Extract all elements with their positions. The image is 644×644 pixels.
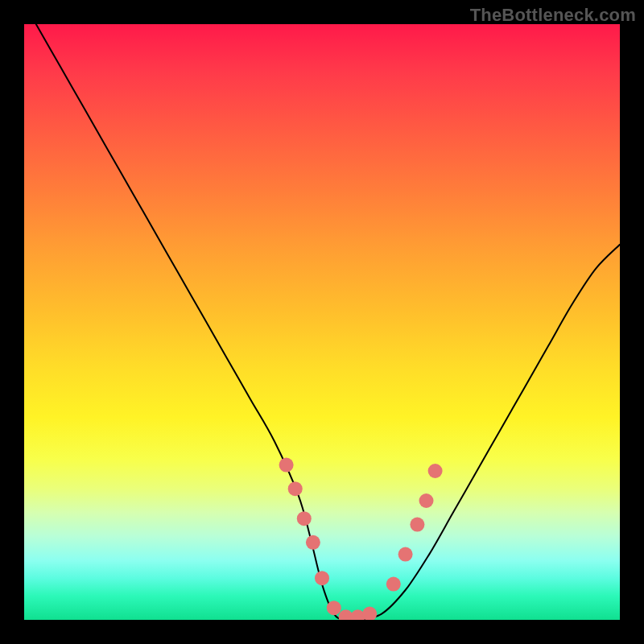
marker-point bbox=[398, 547, 413, 562]
marker-point bbox=[327, 601, 341, 615]
watermark-text: TheBottleneck.com bbox=[470, 5, 636, 26]
marker-point bbox=[315, 571, 329, 585]
marker-point bbox=[386, 577, 401, 592]
marker-point bbox=[419, 493, 434, 508]
marker-point bbox=[279, 458, 294, 473]
highlighted-points bbox=[279, 458, 443, 620]
marker-point bbox=[428, 464, 443, 478]
chart-svg bbox=[24, 24, 620, 620]
marker-point bbox=[297, 511, 312, 526]
marker-point bbox=[306, 535, 320, 550]
bottleneck-curve bbox=[36, 24, 620, 620]
chart-frame: TheBottleneck.com bbox=[0, 0, 644, 644]
marker-point bbox=[288, 481, 303, 496]
plot-area bbox=[24, 24, 620, 620]
marker-point bbox=[410, 518, 424, 532]
marker-point bbox=[362, 607, 377, 620]
